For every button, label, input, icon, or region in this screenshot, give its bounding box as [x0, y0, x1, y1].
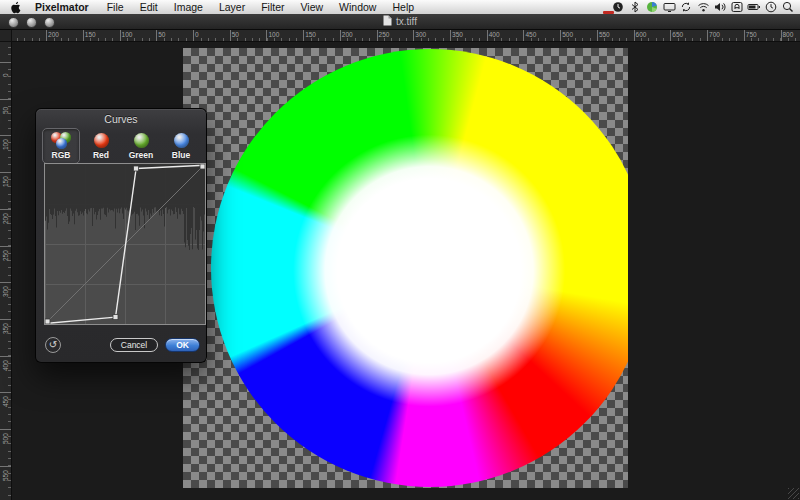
- green-channel-icon: [134, 133, 149, 148]
- rgb-tricolor-icon: [51, 132, 71, 149]
- histogram: [45, 164, 205, 250]
- menu-window[interactable]: Window: [331, 0, 384, 14]
- minimize-button[interactable]: [26, 17, 37, 28]
- ruler-major-tick: [120, 30, 121, 41]
- color-wheel-image: [211, 49, 628, 487]
- reset-button[interactable]: ↺: [45, 337, 61, 353]
- menu-file[interactable]: File: [99, 0, 132, 14]
- menu-view[interactable]: View: [293, 0, 332, 14]
- ruler-major-tick: [0, 246, 11, 247]
- menu-help[interactable]: Help: [384, 0, 422, 14]
- channel-icon: [174, 131, 189, 149]
- displays-icon[interactable]: [662, 1, 676, 14]
- channel-rgb-button[interactable]: RGB: [42, 128, 80, 164]
- vertical-ruler[interactable]: 050100150200250300350400450500550: [0, 42, 12, 500]
- ruler-major-tick: [597, 30, 598, 41]
- ruler-major-tick: [634, 30, 635, 41]
- ruler-label: 150: [2, 176, 9, 187]
- window-title: tx.tiff: [396, 16, 417, 27]
- menu-edit[interactable]: Edit: [132, 0, 166, 14]
- transparency-checkerboard[interactable]: [183, 48, 628, 488]
- volume-icon[interactable]: [713, 1, 727, 14]
- ruler-label: 550: [599, 31, 610, 38]
- sync-icon[interactable]: [679, 1, 693, 14]
- channel-blue-button[interactable]: Blue: [162, 128, 200, 164]
- menu-bar-status-icons: [611, 1, 800, 14]
- network-pie-icon[interactable]: [645, 1, 659, 14]
- ruler-label: 400: [2, 360, 9, 371]
- pixelmator-screen: PixelmatorFileEditImageLayerFilterViewWi…: [0, 0, 800, 500]
- app-menus: PixelmatorFileEditImageLayerFilterViewWi…: [27, 0, 422, 14]
- ruler-major-tick: [707, 30, 708, 41]
- ruler-major-tick: [0, 282, 11, 283]
- undo-icon: ↺: [49, 339, 57, 350]
- ok-button[interactable]: OK: [165, 338, 200, 352]
- menu-image[interactable]: Image: [166, 0, 211, 14]
- channel-icon: [94, 131, 109, 149]
- ruler-major-tick: [0, 356, 11, 357]
- curve-plot[interactable]: [45, 164, 205, 324]
- ruler-major-tick: [156, 30, 157, 41]
- cancel-button[interactable]: Cancel: [110, 338, 158, 352]
- ruler-label: 550: [2, 470, 9, 481]
- ruler-major-tick: [0, 466, 11, 467]
- ruler-major-tick: [413, 30, 414, 41]
- ruler-label: 50: [2, 106, 9, 113]
- ruler-label: 100: [2, 140, 9, 151]
- channel-label: RGB: [52, 150, 71, 160]
- ruler-label: 150: [85, 31, 96, 38]
- ruler-label: 800: [783, 31, 794, 38]
- ruler-label: 250: [2, 250, 9, 261]
- zoom-button[interactable]: [44, 17, 55, 28]
- menu-filter[interactable]: Filter: [253, 0, 292, 14]
- ruler-label: 50: [232, 31, 239, 38]
- curve-handle[interactable]: [45, 319, 50, 324]
- ruler-label: 50: [158, 31, 165, 38]
- curve-handle[interactable]: [113, 315, 118, 320]
- curve-handle[interactable]: [200, 164, 205, 169]
- ruler-corner: [0, 30, 12, 42]
- channel-green-button[interactable]: Green: [122, 128, 160, 164]
- ruler-major-tick: [0, 99, 11, 100]
- ruler-major-tick: [303, 30, 304, 41]
- ruler-major-tick: [0, 319, 11, 320]
- window-resize-grip[interactable]: [788, 488, 799, 499]
- dialog-footer: ↺ Cancel OK: [45, 336, 200, 353]
- channel-icon: [51, 131, 71, 149]
- clock-icon[interactable]: [764, 1, 778, 14]
- dialog-title: Curves: [36, 109, 206, 125]
- close-button[interactable]: [8, 17, 19, 28]
- channel-label: Blue: [172, 150, 190, 160]
- ruler-label: 700: [709, 31, 720, 38]
- channel-buttons: RGB Red Green Blue: [41, 128, 201, 166]
- ruler-label: 450: [525, 31, 536, 38]
- ruler-label: 0: [2, 73, 9, 77]
- ruler-label: 450: [2, 397, 9, 408]
- ruler-label: 100: [268, 31, 279, 38]
- channel-red-button[interactable]: Red: [82, 128, 120, 164]
- ruler-major-tick: [560, 30, 561, 41]
- curve-grid[interactable]: [44, 163, 206, 325]
- apple-menu-icon[interactable]: [0, 1, 27, 14]
- curve-handle[interactable]: [134, 166, 139, 171]
- channel-icon: [134, 131, 149, 149]
- input-menu-icon[interactable]: [730, 1, 744, 14]
- wifi-icon[interactable]: [696, 1, 710, 14]
- ruler-major-tick: [670, 30, 671, 41]
- ruler-major-tick: [0, 62, 11, 63]
- blue-channel-icon: [174, 133, 189, 148]
- ruler-major-tick: [0, 172, 11, 173]
- ruler-label: 100: [122, 31, 133, 38]
- menu-pixelmator[interactable]: Pixelmator: [27, 0, 99, 14]
- horizontal-ruler[interactable]: 2001501005005010015020025030035040045050…: [12, 30, 800, 42]
- menu-layer[interactable]: Layer: [211, 0, 253, 14]
- ruler-major-tick: [523, 30, 524, 41]
- bluetooth-icon[interactable]: [628, 1, 642, 14]
- ruler-label: 500: [2, 433, 9, 444]
- ruler-label: 600: [636, 31, 647, 38]
- battery-icon[interactable]: [747, 1, 761, 14]
- ruler-major-tick: [83, 30, 84, 41]
- red-channel-icon: [94, 133, 109, 148]
- spotlight-icon[interactable]: [781, 1, 795, 14]
- window-title-bar[interactable]: tx.tiff: [0, 14, 800, 30]
